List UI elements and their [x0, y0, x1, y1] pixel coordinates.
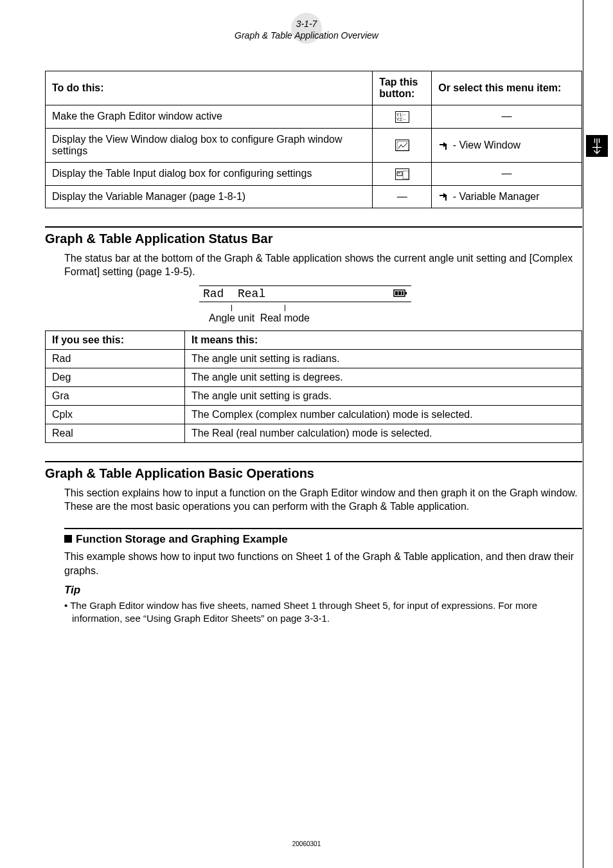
- cell-todo: Display the View Window dialog box to co…: [46, 128, 373, 162]
- cell-key: Cplx: [46, 405, 185, 424]
- cell-tap: —: [373, 185, 432, 208]
- header-if: If you see this:: [46, 330, 185, 349]
- cell-val: The angle unit setting is radians.: [185, 349, 582, 368]
- example-heading: Function Storage and Graphing Example: [64, 533, 582, 546]
- table-row: Display the View Window dialog box to co…: [46, 128, 582, 162]
- cell-key: Rad: [46, 349, 185, 368]
- example-intro: This example shows how to input two func…: [64, 550, 580, 577]
- page-number: 3-1-7: [235, 18, 378, 30]
- label-mode: Real mode: [260, 312, 310, 323]
- table-header-row: If you see this: It means this:: [46, 330, 582, 349]
- viewwin-icon: [395, 140, 409, 151]
- svg-rect-11: [445, 195, 447, 201]
- svg-rect-7: [403, 171, 409, 179]
- lcd-display: Rad Real: [199, 285, 582, 302]
- table-row: DegThe angle unit setting is degrees.: [46, 368, 582, 386]
- tip-text: • The Graph Editor window has five sheet…: [64, 599, 582, 626]
- status-bar-heading: Graph & Table Application Status Bar: [45, 231, 582, 246]
- header-menu: Or select this menu item:: [432, 71, 582, 105]
- svg-rect-8: [397, 172, 402, 176]
- subsection-rule: [64, 528, 582, 529]
- cell-tap: [373, 128, 432, 162]
- cell-todo: Make the Graph Editor window active: [46, 105, 373, 129]
- cell-menu: - View Window: [432, 128, 582, 162]
- svg-rect-6: [445, 145, 447, 150]
- right-margin-rule: [583, 0, 583, 868]
- table-row: GraThe angle unit setting is grads.: [46, 386, 582, 405]
- status-bar-intro: The status bar at the bottom of the Grap…: [64, 251, 580, 279]
- page-subtitle: Graph & Table Application Overview: [235, 30, 378, 41]
- footer-date: 20060301: [292, 840, 321, 847]
- cell-key: Deg: [46, 368, 185, 386]
- meaning-table: If you see this: It means this: RadThe a…: [45, 330, 582, 443]
- hammer-icon: [438, 191, 450, 202]
- y1y2-icon: Y1:··Y2:··: [395, 111, 409, 123]
- table-row: RadThe angle unit setting is radians.: [46, 349, 582, 368]
- header-todo: To do this:: [46, 71, 373, 105]
- section-rule: [45, 226, 582, 228]
- cell-todo: Display the Variable Manager (page 1-8-1…: [46, 185, 373, 208]
- label-angle: Angle unit: [209, 312, 254, 323]
- cell-tap: [373, 162, 432, 185]
- svg-rect-13: [405, 292, 407, 294]
- page-header: 3-1-7 Graph & Table Application Overview: [235, 18, 378, 41]
- tip-label: Tip: [64, 584, 582, 597]
- table-row: Display the Table Input dialog box for c…: [46, 162, 582, 185]
- lcd-labels: Angle unit Real mode: [45, 305, 582, 324]
- hammer-icon: [438, 140, 450, 150]
- cell-todo: Display the Table Input dialog box for c…: [46, 162, 373, 185]
- table-header-row: To do this: Tap this button: Or select t…: [46, 71, 582, 105]
- battery-icon: [393, 288, 407, 301]
- menu-text: - View Window: [450, 140, 520, 150]
- square-bullet-icon: [64, 535, 72, 543]
- svg-point-9: [398, 172, 399, 174]
- svg-rect-14: [395, 291, 398, 295]
- table-row: RealThe Real (real number calculation) m…: [46, 424, 582, 442]
- table-row: Make the Graph Editor window active Y1:·…: [46, 105, 582, 129]
- cell-key: Gra: [46, 386, 185, 405]
- cell-val: The angle unit setting is degrees.: [185, 368, 582, 386]
- cell-menu: —: [432, 105, 582, 129]
- menu-text: - Variable Manager: [450, 191, 539, 202]
- cell-val: The angle unit setting is grads.: [185, 386, 582, 405]
- lcd-angle: Rad: [203, 287, 224, 300]
- lcd-mode: Real: [238, 287, 265, 300]
- table-row: CplxThe Complex (complex number calculat…: [46, 405, 582, 424]
- cell-menu: - Variable Manager: [432, 185, 582, 208]
- actions-table: To do this: Tap this button: Or select t…: [45, 71, 582, 208]
- svg-point-10: [399, 172, 400, 174]
- cell-tap: Y1:··Y2:··: [373, 105, 432, 129]
- svg-rect-15: [398, 291, 401, 295]
- tableinput-icon: [395, 168, 409, 180]
- header-tap: Tap this button:: [373, 71, 432, 105]
- table-row: Display the Variable Manager (page 1-8-1…: [46, 185, 582, 208]
- basic-ops-intro: This section explains how to input a fun…: [64, 486, 580, 514]
- cell-val: The Complex (complex number calculation)…: [185, 405, 582, 424]
- basic-ops-heading: Graph & Table Application Basic Operatio…: [45, 466, 582, 481]
- header-means: It means this:: [185, 330, 582, 349]
- cell-val: The Real (real number calculation) mode …: [185, 424, 582, 442]
- section-rule: [45, 461, 582, 462]
- svg-rect-16: [402, 291, 404, 295]
- cell-key: Real: [46, 424, 185, 442]
- cell-menu: —: [432, 162, 582, 185]
- example-heading-text: Function Storage and Graphing Example: [76, 533, 288, 545]
- side-tab-icon: [586, 135, 608, 157]
